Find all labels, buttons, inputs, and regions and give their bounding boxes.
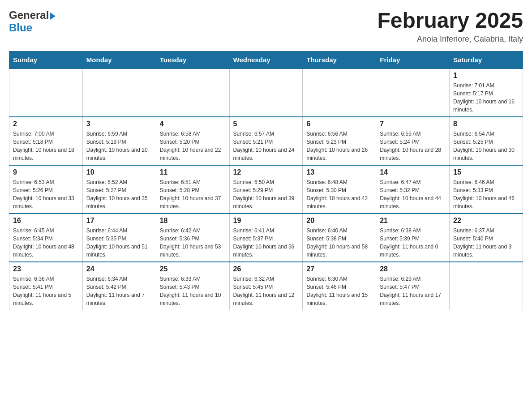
day-number: 19 (233, 217, 299, 225)
calendar-cell: 22Sunrise: 6:37 AMSunset: 5:40 PMDayligh… (450, 214, 523, 262)
calendar-week-3: 9Sunrise: 6:53 AMSunset: 5:26 PMDaylight… (9, 165, 523, 214)
calendar-week-5: 23Sunrise: 6:36 AMSunset: 5:41 PMDayligh… (9, 262, 523, 310)
calendar-cell: 12Sunrise: 6:50 AMSunset: 5:29 PMDayligh… (229, 165, 303, 214)
day-number: 4 (160, 120, 226, 128)
day-number: 13 (306, 168, 372, 176)
logo-triangle-icon (50, 13, 56, 20)
calendar-header: Sunday Monday Tuesday Wednesday Thursday… (9, 51, 523, 68)
header-saturday: Saturday (450, 51, 523, 68)
day-info: Sunrise: 6:34 AMSunset: 5:42 PMDaylight:… (86, 275, 152, 307)
calendar-cell (229, 68, 303, 117)
calendar-cell: 19Sunrise: 6:41 AMSunset: 5:37 PMDayligh… (229, 214, 303, 262)
calendar-cell: 18Sunrise: 6:42 AMSunset: 5:36 PMDayligh… (156, 214, 229, 262)
day-number: 21 (380, 217, 446, 225)
day-info: Sunrise: 6:45 AMSunset: 5:34 PMDaylight:… (13, 227, 79, 259)
day-info: Sunrise: 6:56 AMSunset: 5:23 PMDaylight:… (306, 130, 372, 162)
day-number: 17 (86, 217, 152, 225)
logo-blue-text: Blue (9, 21, 32, 34)
day-number: 8 (453, 120, 519, 128)
day-number: 3 (86, 120, 152, 128)
header-monday: Monday (82, 51, 156, 68)
day-info: Sunrise: 6:41 AMSunset: 5:37 PMDaylight:… (233, 227, 299, 259)
day-info: Sunrise: 6:55 AMSunset: 5:24 PMDaylight:… (380, 130, 446, 162)
day-info: Sunrise: 6:48 AMSunset: 5:30 PMDaylight:… (306, 178, 372, 210)
day-info: Sunrise: 6:38 AMSunset: 5:39 PMDaylight:… (380, 227, 446, 259)
calendar-week-2: 2Sunrise: 7:00 AMSunset: 5:18 PMDaylight… (9, 117, 523, 165)
day-number: 14 (380, 168, 446, 176)
day-number: 10 (86, 168, 152, 176)
calendar-body: 1Sunrise: 7:01 AMSunset: 5:17 PMDaylight… (9, 68, 523, 310)
calendar-table: Sunday Monday Tuesday Wednesday Thursday… (9, 51, 523, 310)
header-tuesday: Tuesday (156, 51, 229, 68)
day-info: Sunrise: 6:57 AMSunset: 5:21 PMDaylight:… (233, 130, 299, 162)
calendar-cell: 17Sunrise: 6:44 AMSunset: 5:35 PMDayligh… (82, 214, 156, 262)
day-info: Sunrise: 6:29 AMSunset: 5:47 PMDaylight:… (380, 275, 446, 307)
calendar-cell: 26Sunrise: 6:32 AMSunset: 5:45 PMDayligh… (229, 262, 303, 310)
day-info: Sunrise: 6:54 AMSunset: 5:25 PMDaylight:… (453, 130, 519, 162)
calendar-cell: 9Sunrise: 6:53 AMSunset: 5:26 PMDaylight… (9, 165, 83, 214)
calendar-cell (9, 68, 83, 117)
day-number: 26 (233, 265, 299, 273)
day-number: 25 (160, 265, 226, 273)
day-number: 5 (233, 120, 299, 128)
day-number: 23 (13, 265, 79, 273)
calendar-cell: 16Sunrise: 6:45 AMSunset: 5:34 PMDayligh… (9, 214, 83, 262)
header-friday: Friday (376, 51, 450, 68)
day-number: 9 (13, 168, 79, 176)
calendar-cell: 5Sunrise: 6:57 AMSunset: 5:21 PMDaylight… (229, 117, 303, 165)
day-info: Sunrise: 7:01 AMSunset: 5:17 PMDaylight:… (453, 81, 519, 114)
logo: General Blue (9, 9, 56, 34)
day-info: Sunrise: 6:40 AMSunset: 5:38 PMDaylight:… (306, 227, 372, 259)
calendar-cell: 27Sunrise: 6:30 AMSunset: 5:46 PMDayligh… (303, 262, 376, 310)
calendar-cell: 28Sunrise: 6:29 AMSunset: 5:47 PMDayligh… (376, 262, 450, 310)
calendar-cell (82, 68, 156, 117)
day-info: Sunrise: 6:50 AMSunset: 5:29 PMDaylight:… (233, 178, 299, 210)
calendar-cell: 24Sunrise: 6:34 AMSunset: 5:42 PMDayligh… (82, 262, 156, 310)
calendar-cell: 11Sunrise: 6:51 AMSunset: 5:28 PMDayligh… (156, 165, 229, 214)
day-info: Sunrise: 6:44 AMSunset: 5:35 PMDaylight:… (86, 227, 152, 259)
calendar-cell: 13Sunrise: 6:48 AMSunset: 5:30 PMDayligh… (303, 165, 376, 214)
month-title: February 2025 (377, 9, 523, 33)
header-wednesday: Wednesday (229, 51, 303, 68)
calendar-cell: 20Sunrise: 6:40 AMSunset: 5:38 PMDayligh… (303, 214, 376, 262)
day-info: Sunrise: 6:52 AMSunset: 5:27 PMDaylight:… (86, 178, 152, 210)
calendar-cell: 14Sunrise: 6:47 AMSunset: 5:32 PMDayligh… (376, 165, 450, 214)
day-info: Sunrise: 6:59 AMSunset: 5:19 PMDaylight:… (86, 130, 152, 162)
day-number: 22 (453, 217, 519, 225)
calendar-cell: 25Sunrise: 6:33 AMSunset: 5:43 PMDayligh… (156, 262, 229, 310)
calendar-cell: 23Sunrise: 6:36 AMSunset: 5:41 PMDayligh… (9, 262, 83, 310)
title-block: February 2025 Anoia Inferiore, Calabria,… (377, 9, 523, 44)
calendar-cell (376, 68, 450, 117)
location-text: Anoia Inferiore, Calabria, Italy (377, 34, 523, 44)
day-info: Sunrise: 6:37 AMSunset: 5:40 PMDaylight:… (453, 227, 519, 259)
day-info: Sunrise: 6:33 AMSunset: 5:43 PMDaylight:… (160, 275, 226, 307)
day-info: Sunrise: 7:00 AMSunset: 5:18 PMDaylight:… (13, 130, 79, 162)
header-sunday: Sunday (9, 51, 83, 68)
day-number: 11 (160, 168, 226, 176)
header-row: Sunday Monday Tuesday Wednesday Thursday… (9, 51, 523, 68)
day-number: 6 (306, 120, 372, 128)
day-info: Sunrise: 6:51 AMSunset: 5:28 PMDaylight:… (160, 178, 226, 210)
calendar-week-1: 1Sunrise: 7:01 AMSunset: 5:17 PMDaylight… (9, 68, 523, 117)
day-number: 1 (453, 72, 519, 80)
day-number: 28 (380, 265, 446, 273)
logo-general-text: General (9, 9, 49, 21)
header-thursday: Thursday (303, 51, 376, 68)
calendar-cell: 3Sunrise: 6:59 AMSunset: 5:19 PMDaylight… (82, 117, 156, 165)
day-number: 24 (86, 265, 152, 273)
day-info: Sunrise: 6:36 AMSunset: 5:41 PMDaylight:… (13, 275, 79, 307)
day-number: 27 (306, 265, 372, 273)
day-number: 20 (306, 217, 372, 225)
day-info: Sunrise: 6:58 AMSunset: 5:20 PMDaylight:… (160, 130, 226, 162)
day-number: 18 (160, 217, 226, 225)
day-number: 16 (13, 217, 79, 225)
calendar-cell: 15Sunrise: 6:46 AMSunset: 5:33 PMDayligh… (450, 165, 523, 214)
calendar-week-4: 16Sunrise: 6:45 AMSunset: 5:34 PMDayligh… (9, 214, 523, 262)
calendar-cell: 7Sunrise: 6:55 AMSunset: 5:24 PMDaylight… (376, 117, 450, 165)
page-header: General Blue February 2025 Anoia Inferio… (9, 9, 523, 44)
calendar-cell: 10Sunrise: 6:52 AMSunset: 5:27 PMDayligh… (82, 165, 156, 214)
calendar-cell: 4Sunrise: 6:58 AMSunset: 5:20 PMDaylight… (156, 117, 229, 165)
calendar-cell: 1Sunrise: 7:01 AMSunset: 5:17 PMDaylight… (450, 68, 523, 117)
day-number: 2 (13, 120, 79, 128)
day-info: Sunrise: 6:42 AMSunset: 5:36 PMDaylight:… (160, 227, 226, 259)
